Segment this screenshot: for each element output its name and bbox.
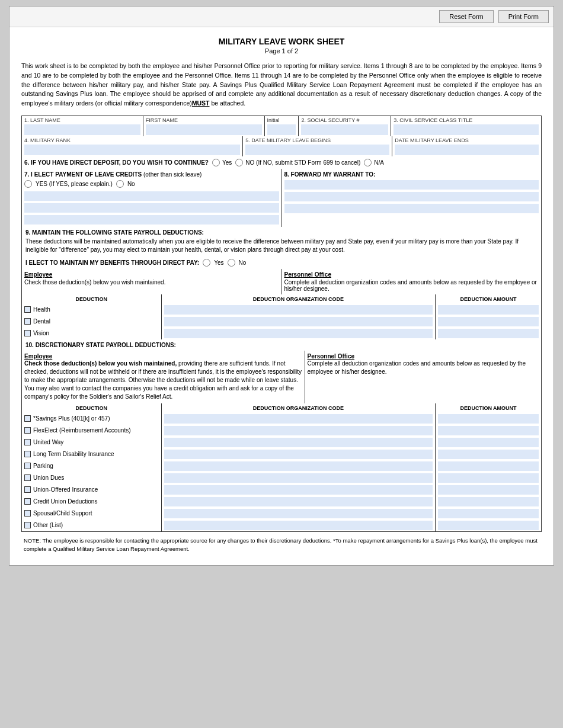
section10-amount-input-2[interactable] [438, 438, 539, 447]
section10-code-input-2[interactable] [164, 438, 433, 447]
direct-pay-yes-radio[interactable] [203, 259, 210, 267]
section10-code-input-0[interactable] [164, 414, 433, 424]
direct-pay-yes-label: Yes [214, 259, 223, 266]
leave-begins-label: 5. DATE MILITARY LEAVE BEGINS [245, 137, 389, 143]
section10-amount-input-9[interactable] [438, 521, 539, 530]
section10-amount-input-3[interactable] [438, 450, 539, 459]
section9-checkbox-0[interactable] [24, 306, 31, 313]
section9-deduction-row: Dental [21, 316, 542, 328]
first-name-input[interactable] [146, 124, 262, 135]
section7-explain-input-1[interactable] [24, 191, 279, 201]
section9-personnel-col: Personnel Office Complete all deduction … [282, 269, 542, 294]
print-form-button[interactable]: Print Form [498, 10, 549, 23]
section9-deduction-name-1: Dental [22, 316, 162, 328]
section10-code-input-3[interactable] [164, 450, 433, 459]
section10-checkbox-2[interactable] [24, 439, 31, 445]
section10-checkbox-8[interactable] [24, 510, 31, 517]
section9-employee-title: Employee [24, 271, 279, 278]
section10-checkbox-4[interactable] [24, 463, 31, 469]
section9-amount-input-0[interactable] [438, 305, 539, 315]
section9-deduction-header-row: DEDUCTION DEDUCTION ORGANIZATION CODE DE… [21, 294, 542, 304]
section10-checkbox-5[interactable] [24, 474, 31, 481]
section10-checkbox-0[interactable] [24, 415, 31, 422]
section9-checkbox-2[interactable] [24, 330, 31, 336]
initial-label: Initial [267, 117, 296, 123]
section7-explain-input-2[interactable] [24, 203, 279, 213]
leave-end-cell: DATE MILITARY LEAVE ENDS [392, 136, 541, 156]
section10-deduction-row: Spousal/Child Support [21, 508, 542, 519]
section9-checkbox-1[interactable] [24, 318, 31, 325]
last-name-input[interactable] [24, 124, 140, 135]
section8-input-3[interactable] [284, 204, 539, 213]
section10-deduction-row: United Way [21, 437, 542, 448]
section10-deduction-row: Parking [21, 460, 542, 472]
civil-service-input[interactable] [394, 124, 539, 135]
direct-deposit-yes-radio[interactable] [212, 159, 220, 166]
section7-8-row: 7. I ELECT PAYMENT OF LEAVE CREDITS (oth… [21, 169, 542, 227]
section9-amount-cell-1 [436, 316, 541, 328]
section10-amount-input-4[interactable] [438, 461, 539, 471]
section8-input-1[interactable] [284, 180, 539, 190]
section10-col-code-header: DEDUCTION ORGANIZATION CODE [162, 403, 436, 413]
section10-amount-input-1[interactable] [438, 426, 539, 435]
military-rank-input[interactable] [24, 145, 240, 155]
section10-amount-input-0[interactable] [438, 414, 539, 424]
section10-code-input-8[interactable] [164, 509, 433, 518]
section10-checkbox-1[interactable] [24, 427, 31, 434]
section9-amount-input-2[interactable] [438, 329, 539, 338]
section10-code-input-4[interactable] [164, 461, 433, 471]
section9-header: 9. MAINTAIN THE FOLLOWING STATE PAYROLL … [21, 227, 542, 256]
note-footer: NOTE: The employee is responsible for co… [21, 532, 542, 556]
section10-code-input-7[interactable] [164, 497, 433, 506]
section10-amount-cell-4 [436, 460, 541, 472]
section10-amount-input-8[interactable] [438, 509, 539, 518]
section10-checkbox-3[interactable] [24, 451, 31, 457]
leave-credits-no-radio[interactable] [116, 180, 124, 188]
section10-checkbox-6[interactable] [24, 486, 31, 493]
section10-code-input-5[interactable] [164, 473, 433, 483]
section9-code-input-2[interactable] [164, 329, 433, 338]
section10-amount-input-6[interactable] [438, 485, 539, 495]
section7-explain-input-3[interactable] [24, 215, 279, 225]
section10-employee-col: Employee Check those deduction(s) below … [22, 351, 305, 403]
section9-title: 9. MAINTAIN THE FOLLOWING STATE PAYROLL … [25, 229, 538, 236]
civil-service-cell: 3. CIVIL SERVICE CLASS TITLE [391, 116, 541, 136]
reset-form-button[interactable]: Reset Form [439, 10, 493, 23]
ssn-label: 2. SOCIAL SECURITY # [301, 117, 388, 123]
leave-begins-input[interactable] [245, 145, 389, 155]
section10-checkbox-7[interactable] [24, 498, 31, 505]
section9-amount-cell-0 [436, 304, 541, 316]
direct-deposit-na-group: N/A [364, 159, 384, 166]
section10-code-cell-6 [162, 484, 436, 496]
initial-input[interactable] [267, 124, 296, 135]
section10-code-cell-8 [162, 508, 436, 519]
section8-input-2[interactable] [284, 192, 539, 201]
section9-amount-input-1[interactable] [438, 317, 539, 326]
rank-dates-row: 4. MILITARY RANK 5. DATE MILITARY LEAVE … [21, 136, 542, 156]
section10-checkbox-9[interactable] [24, 522, 31, 528]
section10-code-input-6[interactable] [164, 485, 433, 495]
section10-amount-input-5[interactable] [438, 473, 539, 483]
direct-deposit-no-radio[interactable] [235, 159, 243, 166]
ssn-input[interactable] [301, 124, 388, 135]
section10-deduction-header-row: DEDUCTION DEDUCTION ORGANIZATION CODE DE… [21, 403, 542, 413]
section10-code-input-1[interactable] [164, 426, 433, 435]
top-bar: Reset Form Print Form [9, 7, 554, 27]
section9-deduction-row: Vision [21, 328, 542, 339]
section10-amount-input-7[interactable] [438, 497, 539, 506]
section7-col: 7. I ELECT PAYMENT OF LEAVE CREDITS (oth… [22, 169, 282, 227]
section7-label-bold: 7. I ELECT PAYMENT OF LEAVE CREDITS [24, 171, 142, 178]
section10-code-cell-3 [162, 448, 436, 460]
direct-deposit-na-radio[interactable] [364, 159, 372, 166]
leave-credits-yes-radio[interactable] [24, 180, 32, 188]
section9-code-input-0[interactable] [164, 305, 433, 315]
section10-code-input-9[interactable] [164, 521, 433, 530]
leave-ends-input[interactable] [395, 145, 539, 155]
ssn-cell: 2. SOCIAL SECURITY # [299, 116, 391, 136]
section10-amount-cell-5 [436, 472, 541, 484]
direct-deposit-no-group: NO (If NO, submit STD Form 699 to cancel… [235, 159, 360, 166]
section10-code-cell-0 [162, 413, 436, 425]
direct-pay-no-radio[interactable] [228, 259, 235, 267]
section9-code-input-1[interactable] [164, 317, 433, 326]
section9-code-cell-1 [162, 316, 436, 328]
